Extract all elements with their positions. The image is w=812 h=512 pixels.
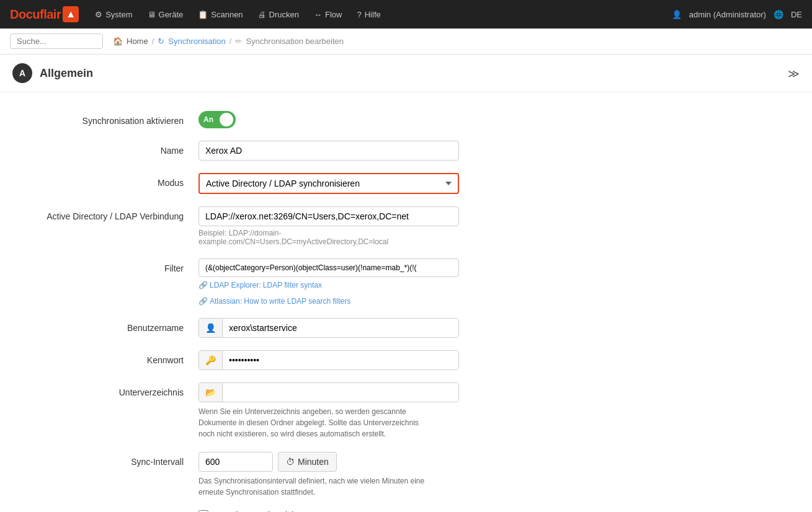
nav-system[interactable]: ⚙ System — [89, 6, 138, 23]
breadcrumb-bar: 🏠 Home / ↻ Synchronisation / ✏ Synchroni… — [0, 29, 812, 55]
help-icon: ? — [357, 10, 361, 19]
ad-ldap-input[interactable] — [199, 206, 459, 226]
edit-icon: ✏ — [235, 37, 242, 46]
name-input[interactable] — [199, 141, 459, 161]
benutzername-input-group: 👤 — [199, 318, 459, 338]
user-icon-prefix: 👤 — [199, 319, 223, 337]
breadcrumb: 🏠 Home / ↻ Synchronisation / ✏ Synchroni… — [113, 37, 344, 46]
interval-unit: ⏱ Minuten — [278, 452, 337, 472]
nav-geraete[interactable]: 🖥 Geräte — [141, 6, 190, 23]
lang-label: DE — [791, 10, 802, 19]
sync-intervall-control: ⏱ Minuten Das Synchronisationsintervall … — [199, 452, 459, 498]
name-label: Name — [25, 141, 199, 156]
unterverzeichnis-input[interactable] — [223, 383, 458, 402]
print-icon: 🖨 — [258, 10, 266, 19]
unterverzeichnis-input-group: 📂 — [199, 382, 459, 402]
main-content: A Allgemein ≫ Synchronisation aktivieren… — [0, 55, 812, 512]
sync-intervall-hint: Das Synchronisationsintervall definiert,… — [199, 475, 434, 498]
unterverzeichnis-row: Unterverzeichnis 📂 Wenn Sie ein Unterver… — [25, 382, 787, 439]
section-icon: A — [12, 63, 32, 83]
brand: Docuflair ▲ — [10, 6, 79, 22]
filter-control: 🔗 LDAP Explorer: LDAP filter syntax 🔗 At… — [199, 258, 459, 306]
unterverzeichnis-label: Unterverzeichnis — [25, 382, 199, 397]
toggle-track[interactable]: An — [199, 111, 236, 128]
globe-icon: 🌐 — [774, 10, 783, 19]
nav-hilfe[interactable]: ? Hilfe — [350, 6, 386, 23]
navbar: Docuflair ▲ ⚙ System 🖥 Geräte 📋 Scannen … — [0, 0, 812, 29]
toggle-on-label: An — [203, 115, 213, 124]
collapse-button[interactable]: ≫ — [788, 66, 800, 81]
breadcrumb-home[interactable]: Home — [127, 37, 148, 46]
section-title-group: A Allgemein — [12, 63, 93, 83]
form-area: Synchronisation aktivieren An Name Modus — [0, 92, 812, 512]
link-icon-2: 🔗 — [199, 297, 208, 306]
sync-intervall-label: Sync-Intervall — [25, 452, 199, 467]
unterverzeichnis-hint: Wenn Sie ein Unterverzeichnis angeben, s… — [199, 406, 434, 439]
clock-icon: ⏱ — [286, 457, 295, 467]
ad-ldap-row: Active Directory / LDAP Verbindung Beisp… — [25, 206, 787, 246]
sync-aktivieren-row: Synchronisation aktivieren An — [25, 111, 787, 128]
sync-aktivieren-label: Synchronisation aktivieren — [25, 111, 199, 126]
kennwort-label: Kennwort — [25, 350, 199, 365]
sync-toggle[interactable]: An — [199, 111, 459, 128]
modus-label: Modus — [25, 173, 199, 188]
section-header: A Allgemein ≫ — [0, 55, 812, 92]
gear-icon: ⚙ — [95, 10, 102, 19]
scan-icon: 📋 — [198, 10, 208, 19]
name-row: Name — [25, 141, 787, 161]
key-icon: 🔑 — [199, 351, 223, 369]
link-icon-1: 🔗 — [199, 281, 208, 289]
monitor-icon: 🖥 — [148, 10, 156, 19]
benutzername-label: Benutzername — [25, 318, 199, 333]
chevron-down-icon: ≫ — [788, 68, 800, 80]
ad-ldap-label: Active Directory / LDAP Verbindung — [25, 206, 199, 221]
user-icon: 👤 — [672, 10, 682, 19]
kennwort-row: Kennwort 🔑 — [25, 350, 787, 370]
modus-row: Modus Active Directory / LDAP synchronis… — [25, 173, 787, 194]
filter-input[interactable] — [199, 258, 459, 277]
modus-control: Active Directory / LDAP synchronisieren … — [199, 173, 459, 194]
brand-name: Docuflair — [10, 7, 61, 22]
sync-intervall-input[interactable] — [199, 452, 273, 472]
navbar-right: 👤 admin (Administrator) 🌐 DE — [672, 10, 802, 19]
sync-icon: ↻ — [158, 37, 164, 46]
filter-links: 🔗 LDAP Explorer: LDAP filter syntax 🔗 At… — [199, 281, 459, 306]
breadcrumb-sep2: / — [230, 37, 232, 46]
nav-flow[interactable]: ↔ Flow — [308, 6, 348, 23]
interval-row: ⏱ Minuten — [199, 452, 459, 472]
name-control — [199, 141, 459, 161]
search-input[interactable] — [10, 33, 103, 49]
user-label: admin (Administrator) — [689, 10, 766, 19]
filter-row: Filter 🔗 LDAP Explorer: LDAP filter synt… — [25, 258, 787, 306]
unterverzeichnis-control: 📂 Wenn Sie ein Unterverzeichnis angeben,… — [199, 382, 459, 439]
ldap-explorer-link[interactable]: 🔗 LDAP Explorer: LDAP filter syntax — [199, 281, 322, 289]
flow-icon: ↔ — [314, 10, 322, 19]
ad-ldap-hint: Beispiel: LDAP://domain-example.com/CN=U… — [199, 229, 459, 246]
kennwort-control: 🔑 — [199, 350, 459, 370]
sync-intervall-row: Sync-Intervall ⏱ Minuten Das Synchronisa… — [25, 452, 787, 498]
section-title: Allgemein — [40, 67, 93, 80]
modus-select[interactable]: Active Directory / LDAP synchronisieren … — [199, 173, 459, 194]
benutzername-input[interactable] — [223, 319, 458, 337]
folder-icon: 📂 — [199, 383, 223, 402]
kennwort-input-group: 🔑 — [199, 350, 459, 370]
toggle-area: An — [199, 111, 459, 128]
filter-label: Filter — [25, 258, 199, 273]
toggle-thumb — [220, 113, 233, 126]
breadcrumb-sep1: / — [152, 37, 154, 46]
nav-drucken[interactable]: 🖨 Drucken — [252, 6, 305, 23]
benutzername-control: 👤 — [199, 318, 459, 338]
ad-ldap-control: Beispiel: LDAP://domain-example.com/CN=U… — [199, 206, 459, 246]
home-icon: 🏠 — [113, 37, 123, 46]
nav-scannen[interactable]: 📋 Scannen — [192, 6, 249, 23]
benutzername-row: Benutzername 👤 — [25, 318, 787, 338]
atlassian-link[interactable]: 🔗 Atlassian: How to write LDAP search fi… — [199, 297, 350, 306]
breadcrumb-sync[interactable]: Synchronisation — [168, 37, 226, 46]
interval-unit-label: Minuten — [298, 457, 329, 467]
breadcrumb-edit: Synchronisation bearbeiten — [246, 37, 344, 46]
kennwort-input[interactable] — [223, 351, 458, 369]
brand-logo: ▲ — [63, 6, 79, 22]
